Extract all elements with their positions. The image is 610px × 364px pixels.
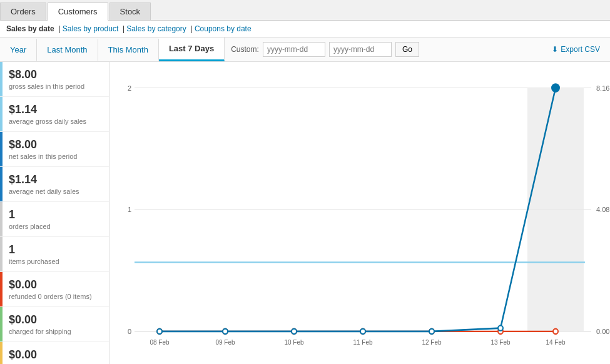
- svg-text:0: 0: [128, 328, 131, 335]
- custom-label: Custom:: [231, 45, 259, 54]
- download-icon: ⬇: [552, 45, 558, 54]
- svg-text:12 Feb: 12 Feb: [422, 339, 441, 346]
- svg-text:13 Feb: 13 Feb: [491, 339, 510, 346]
- stat-bar-gross: [0, 62, 3, 96]
- stat-bar-avg-gross: [0, 97, 3, 131]
- svg-point-29: [429, 329, 434, 334]
- coupons-by-date-link[interactable]: Coupons by date: [195, 24, 252, 33]
- stat-refunded-value: $0.00: [9, 278, 101, 291]
- stat-bar-items: [0, 237, 3, 271]
- stat-net-sales: $8.00 net sales in this period: [0, 132, 109, 167]
- stat-items: 1 items purchased: [0, 237, 109, 272]
- stat-gross-sales: $8.00 gross sales in this period: [0, 62, 109, 97]
- stat-avg-gross-value: $1.14: [9, 103, 101, 116]
- period-tab-last-7-days[interactable]: Last 7 Days: [159, 38, 225, 61]
- svg-text:2: 2: [128, 84, 131, 92]
- period-tabs-bar: Year Last Month This Month Last 7 Days C…: [0, 38, 610, 62]
- top-tabs-bar: Orders Customers Stock: [0, 0, 610, 21]
- stat-shipping: $0.00 charged for shipping: [0, 307, 109, 342]
- stat-items-label: items purchased: [9, 258, 101, 265]
- period-tab-this-month[interactable]: This Month: [98, 39, 159, 61]
- stat-items-value: 1: [9, 243, 101, 256]
- sales-by-date-label: Sales by date: [6, 24, 54, 33]
- svg-point-30: [498, 325, 503, 330]
- sales-by-category-link[interactable]: Sales by category: [126, 24, 186, 33]
- stat-coupons: $0.00 worth of coupons used: [0, 342, 109, 364]
- svg-text:0.00: 0.00: [596, 328, 609, 335]
- stat-bar-net: [0, 132, 3, 166]
- stat-shipping-label: charged for shipping: [9, 328, 101, 335]
- svg-text:10 Feb: 10 Feb: [284, 339, 303, 346]
- stat-bar-avg-net: [0, 167, 3, 201]
- export-csv-label: Export CSV: [561, 45, 600, 54]
- sales-links-bar: Sales by date | Sales by product | Sales…: [0, 21, 610, 38]
- chart-area: 2 1 0 8.16 4.08 0.00 08 Feb 09 Feb 10 Fe…: [109, 62, 610, 364]
- svg-point-24: [553, 329, 558, 334]
- svg-point-27: [292, 329, 297, 334]
- stat-net-label: net sales in this period: [9, 153, 101, 160]
- svg-point-25: [157, 329, 162, 334]
- stat-orders-value: 1: [9, 208, 101, 221]
- svg-text:08 Feb: 08 Feb: [150, 339, 169, 346]
- period-tab-year[interactable]: Year: [0, 39, 37, 61]
- stat-net-value: $8.00: [9, 138, 101, 151]
- svg-text:4.08: 4.08: [596, 206, 609, 213]
- stat-bar-refunded: [0, 272, 3, 306]
- stat-bar-coupons: [0, 342, 3, 364]
- stat-avg-net-value: $1.14: [9, 173, 101, 186]
- svg-text:11 Feb: 11 Feb: [353, 339, 372, 346]
- stat-avg-gross-label: average gross daily sales: [9, 118, 101, 125]
- svg-rect-9: [527, 88, 584, 331]
- svg-point-26: [223, 329, 228, 334]
- stats-panel: $8.00 gross sales in this period $1.14 a…: [0, 62, 109, 364]
- stat-bar-orders: [0, 202, 3, 236]
- svg-point-28: [360, 329, 365, 334]
- svg-text:8.16: 8.16: [596, 84, 609, 92]
- stat-gross-value: $8.00: [9, 68, 101, 81]
- stat-avg-net-label: average net daily sales: [9, 188, 101, 195]
- sales-by-product-link[interactable]: Sales by product: [63, 24, 118, 33]
- stat-gross-label: gross sales in this period: [9, 83, 101, 90]
- stat-refunded-label: refunded 0 orders (0 items): [9, 293, 101, 300]
- custom-date-end[interactable]: [329, 42, 392, 57]
- svg-point-31: [552, 84, 559, 92]
- svg-text:09 Feb: 09 Feb: [215, 339, 235, 346]
- sales-chart: 2 1 0 8.16 4.08 0.00 08 Feb 09 Feb 10 Fe…: [109, 68, 610, 364]
- export-csv-button[interactable]: ⬇ Export CSV: [542, 39, 610, 60]
- custom-date-inputs: Custom: Go: [225, 42, 425, 57]
- stat-refunded: $0.00 refunded 0 orders (0 items): [0, 272, 109, 307]
- stat-bar-shipping: [0, 307, 3, 341]
- tab-orders[interactable]: Orders: [0, 3, 46, 20]
- stat-avg-net: $1.14 average net daily sales: [0, 167, 109, 202]
- stat-avg-gross: $1.14 average gross daily sales: [0, 97, 109, 132]
- stat-orders: 1 orders placed: [0, 202, 109, 237]
- svg-text:1: 1: [128, 206, 131, 213]
- period-tab-last-month[interactable]: Last Month: [37, 39, 98, 61]
- go-button[interactable]: Go: [395, 42, 419, 57]
- main-content: $8.00 gross sales in this period $1.14 a…: [0, 62, 610, 364]
- tab-customers[interactable]: Customers: [48, 3, 108, 21]
- tab-stock[interactable]: Stock: [109, 3, 151, 20]
- stat-shipping-value: $0.00: [9, 313, 101, 326]
- stat-coupons-value: $0.00: [9, 348, 101, 361]
- stat-orders-label: orders placed: [9, 223, 101, 230]
- custom-date-start[interactable]: [263, 42, 325, 57]
- svg-text:14 Feb: 14 Feb: [546, 339, 565, 346]
